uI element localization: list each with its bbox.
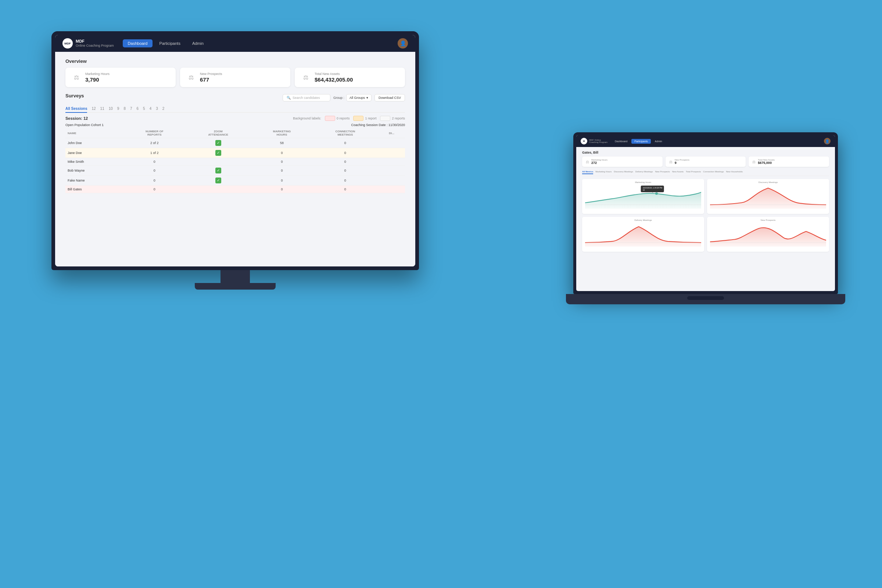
tab-8[interactable]: 8 [123,105,126,113]
tab-4[interactable]: 4 [150,105,152,113]
laptop-metric-tab-2[interactable]: Discovery Meetings [614,170,633,174]
laptop-assets-icon: ⚖ [752,160,756,164]
cell-name: Bill Gates [65,186,124,193]
table-row: Bill Gates000 [65,186,405,193]
laptop-metric-tab-4[interactable]: New Prospects [655,170,670,174]
session-info: Session: 12 Background labels: 0 reports… [65,116,405,121]
cell-reports: 0 [124,158,185,166]
prospects-icon: ⚖ [186,72,196,82]
prospects-value: 677 [200,76,222,82]
marketing-label: Marketing Hours [85,72,110,76]
laptop-main: Gates, Bill ⚖ Marketing Hours 272 ⚖ New … [576,147,835,291]
table-row: Fake Name0✓00 [65,176,405,186]
download-csv-button[interactable]: Download CSV [375,94,405,101]
search-bar[interactable]: 🔍 Search candidates [283,94,330,101]
checkmark-icon: ✓ [215,168,221,174]
overview-title: Overview [65,58,405,64]
laptop-logo-icon: M [580,138,587,144]
laptop-metric-tab-6[interactable]: Total Prospects [686,170,701,174]
cell-zoom: ✓ [185,138,252,148]
monitor-nav-links: Dashboard Participants Admin [123,39,209,47]
cell-other [378,176,405,186]
table-row: John Doe2 of 2✓580 [65,138,405,148]
laptop-metric-tab-0[interactable]: All Metrics [582,170,593,174]
laptop-prospects-value: 9 [675,161,689,165]
cell-other [378,138,405,148]
chart-discovery-svg [710,185,826,209]
tab-9[interactable]: 9 [117,105,119,113]
chevron-down-icon: ▾ [366,96,368,100]
laptop-base [566,294,845,304]
laptop-metrics-tabs: All MetricsMarketing HoursDiscovery Meet… [582,170,829,176]
tab-12[interactable]: 12 [92,105,96,113]
pink-label-text: 0 reports [337,117,350,120]
nav-link-admin[interactable]: Admin [187,39,209,47]
laptop-nav-dashboard[interactable]: Dashboard [612,139,630,144]
laptop-metric-tab-7[interactable]: Connection Meetings [703,170,724,174]
laptop-page-title: Gates, Bill [582,151,829,154]
laptop-metric-tab-3[interactable]: Delivery Meetings [635,170,653,174]
cell-connection: 0 [312,176,378,186]
cell-connection: 0 [312,138,378,148]
laptop-marketing-icon: ⚖ [586,160,589,164]
search-icon: 🔍 [286,96,291,100]
laptop-stat-marketing: ⚖ Marketing Hours 272 [582,156,663,167]
chart-marketing-hours: Marketing Hours 10/23/2020, 1:34:28 PM16 [582,179,704,214]
tab-3[interactable]: 3 [156,105,158,113]
laptop-metric-tab-8[interactable]: New Households [726,170,743,174]
tab-all-sessions[interactable]: All Sessions [65,105,87,113]
background-labels: Background labels: 0 reports 1 report 2 … [293,116,405,121]
charts-grid: Marketing Hours 10/23/2020, 1:34:28 PM16 [582,179,829,252]
group-label: Group : [333,96,344,100]
tab-6[interactable]: 6 [137,105,139,113]
nav-link-participants[interactable]: Participants [154,39,185,47]
chart-prospects-title: New Prospects [710,219,826,221]
laptop-stat-assets: ⚖ Total New Assets $675,000 [748,156,829,167]
cell-zoom: ✓ [185,176,252,186]
cell-marketing: 0 [251,158,312,166]
cell-reports: 1 of 2 [124,148,185,158]
table-row: Bob Wayne0✓00 [65,166,405,176]
cell-zoom [185,186,252,193]
monitor-logo: MDF MDF Online Coaching Program [63,38,114,48]
session-tabs: All Sessions 12 11 10 9 8 7 6 5 4 3 2 [65,105,405,113]
stat-card-prospects: ⚖ New Prospects 677 [180,68,290,87]
pink-box [325,116,335,121]
nav-link-dashboard[interactable]: Dashboard [123,39,153,47]
col-name: NAME [65,128,124,138]
cell-name: John Doe [65,138,124,148]
cell-other [378,148,405,158]
laptop-metric-tab-5[interactable]: New Assets [672,170,684,174]
tab-7[interactable]: 7 [130,105,132,113]
tab-2[interactable]: 2 [162,105,165,113]
group-dropdown[interactable]: All Groups ▾ [346,94,372,101]
cell-connection: 0 [312,186,378,193]
laptop-frame: M MDF OnlineCoaching Program Dashboard P… [573,132,838,294]
tab-5[interactable]: 5 [143,105,145,113]
cell-reports: 0 [124,176,185,186]
laptop-logo-text: MDF OnlineCoaching Program [589,139,608,143]
monitor-navbar: MDF MDF Online Coaching Program Dashboar… [55,35,415,52]
laptop-metric-tab-1[interactable]: Marketing Hours [596,170,612,174]
monitor-avatar[interactable]: 👤 [398,38,408,48]
cell-reports: 0 [124,166,185,176]
tab-10[interactable]: 10 [109,105,113,113]
cell-other [378,166,405,176]
laptop-avatar[interactable]: 👤 [824,138,831,144]
tab-11[interactable]: 11 [100,105,104,113]
group-select-container: Group : All Groups ▾ [333,94,372,101]
cell-reports: 0 [124,186,185,193]
label-orange: 1 report [353,116,376,121]
laptop-nav-admin[interactable]: Admin [652,139,665,144]
col-zoom: ZOOMATTENDANCE [185,128,252,138]
chart-marketing-title: Marketing Hours [585,181,701,183]
laptop-nav-participants[interactable]: Participants [632,139,651,144]
surveys-table: NAME NUMBER OFREPORTS ZOOMATTENDANCE MAR… [65,128,405,193]
marketing-icon: ⚖ [71,72,82,82]
logo-text: MDF Online Coaching Program [76,39,114,48]
label-white: 2 reports [380,116,405,121]
cohort-header: Open Population Cohort 1 Coaching Sessio… [65,123,405,127]
laptop-nav-links: Dashboard Participants Admin [612,139,665,144]
cell-zoom: ✓ [185,166,252,176]
prospects-label: New Prospects [200,72,222,76]
